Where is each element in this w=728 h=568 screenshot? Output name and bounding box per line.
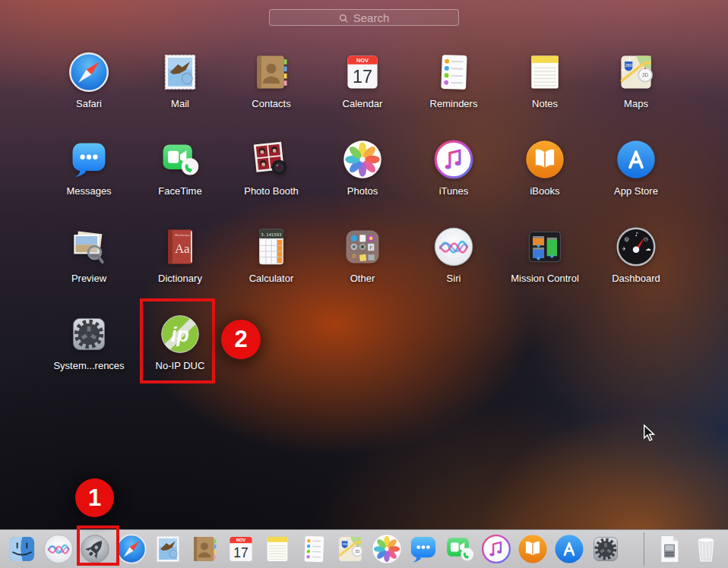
app-calendar[interactable]: NOV17Calendar [317, 46, 408, 133]
svg-text:3D: 3D [355, 550, 360, 554]
dock-system-preferences-icon[interactable] [590, 533, 622, 565]
noip-duc-highlight-rect [140, 298, 215, 383]
app-grid-row: SafariMailContactsNOV17CalendarReminders… [43, 46, 682, 133]
dock-contacts-icon[interactable] [188, 533, 220, 565]
dictionary-icon: DictionaryAa [159, 226, 201, 268]
svg-text:♪: ♪ [635, 231, 639, 238]
step-1-badge: 1 [75, 478, 114, 517]
app-notes[interactable]: Notes [499, 46, 590, 133]
dock-itunes-icon[interactable] [480, 533, 512, 565]
app-other[interactable]: FOther [317, 220, 408, 308]
svg-text:Aa: Aa [175, 241, 190, 256]
svg-text:NOV: NOV [236, 538, 245, 542]
dock-reminders-icon[interactable] [298, 533, 330, 565]
app-label: Other [350, 273, 375, 284]
step-2-badge: 2 [221, 320, 261, 359]
app-mail[interactable]: Mail [135, 46, 226, 133]
arrow-cursor-icon [643, 424, 656, 443]
facetime-icon [159, 138, 201, 181]
siri-icon [432, 226, 475, 268]
svg-text:✈: ✈ [622, 246, 626, 252]
app-ibooks[interactable]: iBooks [499, 133, 590, 220]
calendar-icon: NOV17 [341, 51, 384, 93]
other-folder-icon: F [341, 226, 384, 268]
app-facetime[interactable]: FaceTime [135, 133, 226, 220]
app-label: App Store [614, 185, 658, 197]
app-mission-control[interactable]: Mission Control [499, 220, 590, 308]
photo-booth-icon [250, 138, 293, 181]
app-label: Dashboard [612, 273, 660, 284]
app-label: Maps [624, 98, 648, 109]
app-dictionary[interactable]: DictionaryAaDictionary [135, 220, 226, 308]
svg-text:Dictionary: Dictionary [174, 233, 191, 237]
calculator-icon: 3.141593 [250, 226, 293, 268]
search-field[interactable]: Search [269, 9, 459, 26]
app-photo-booth[interactable]: Photo Booth [226, 133, 317, 220]
dock-messages-icon[interactable] [407, 533, 439, 565]
dock-divider [644, 532, 644, 566]
dock-ibooks-icon[interactable] [517, 533, 549, 565]
dock-document-icon[interactable] [654, 533, 685, 565]
app-label: System...rences [53, 360, 124, 371]
app-label: Safari [76, 98, 102, 109]
app-reminders[interactable]: Reminders [408, 46, 499, 133]
app-label: Photo Booth [244, 185, 299, 197]
app-grid-row: MessagesFaceTimePhoto BoothPhotosiTunesi… [43, 133, 682, 220]
app-siri[interactable]: Siri [408, 220, 499, 308]
dock-notes-icon[interactable] [261, 533, 293, 565]
app-itunes[interactable]: iTunes [408, 133, 499, 220]
app-dashboard[interactable]: @♪◷✈☁Dashboard [590, 220, 682, 308]
svg-text:17: 17 [353, 67, 372, 87]
app-system-rences[interactable]: System...rences [43, 308, 135, 395]
app-safari[interactable]: Safari [43, 46, 135, 133]
app-label: iTunes [439, 185, 469, 197]
app-maps[interactable]: 2803DMaps [590, 46, 682, 133]
app-calculator[interactable]: 3.141593Calculator [226, 220, 317, 308]
svg-text:3.141593: 3.141593 [261, 232, 282, 237]
dock-finder-icon[interactable] [6, 533, 38, 565]
app-photos[interactable]: Photos [317, 133, 408, 220]
search-placeholder: Search [353, 11, 390, 24]
reminders-icon [432, 51, 475, 93]
app-grid: SafariMailContactsNOV17CalendarReminders… [43, 46, 682, 395]
safari-icon [68, 51, 110, 93]
mission-control-icon [524, 226, 566, 268]
app-label: Siri [447, 273, 461, 284]
app-label: Contacts [252, 98, 290, 109]
app-label: Photos [347, 185, 378, 197]
dock-calendar-icon[interactable]: NOV17 [225, 533, 257, 565]
mail-icon [159, 51, 201, 93]
dock-safari-icon[interactable] [116, 533, 147, 565]
dock-facetime-icon[interactable] [444, 533, 476, 565]
app-label: FaceTime [158, 185, 201, 197]
app-label: Mission Control [511, 273, 579, 284]
svg-text:☁: ☁ [645, 245, 651, 252]
svg-text:3D: 3D [642, 72, 649, 77]
app-grid-row: PreviewDictionaryAaDictionary3.141593Cal… [43, 220, 682, 308]
app-label: Messages [66, 185, 111, 197]
search-icon [339, 13, 349, 23]
contacts-icon [250, 51, 293, 93]
dock-photos-icon[interactable] [371, 533, 403, 565]
dock-app-store-icon[interactable] [553, 533, 585, 565]
app-app-store[interactable]: App Store [590, 133, 682, 220]
dock-maps-icon[interactable]: 2803D [334, 533, 366, 565]
app-contacts[interactable]: Contacts [226, 46, 317, 133]
notes-icon [524, 51, 566, 93]
app-messages[interactable]: Messages [43, 133, 135, 220]
maps-icon: 2803D [615, 51, 657, 93]
ibooks-icon [524, 138, 566, 181]
app-preview[interactable]: Preview [43, 220, 135, 308]
launchpad-highlight-rect [77, 525, 119, 566]
app-label: Reminders [430, 98, 478, 109]
svg-text:280: 280 [625, 63, 632, 68]
itunes-icon [432, 138, 475, 181]
app-store-icon [615, 138, 657, 181]
dock-siri-icon[interactable] [43, 533, 74, 565]
app-label: iBooks [530, 185, 559, 197]
svg-text:280: 280 [342, 542, 348, 546]
app-label: Notes [532, 98, 558, 109]
app-label: Mail [171, 98, 189, 109]
dock-mail-icon[interactable] [152, 533, 184, 565]
dock-trash-icon[interactable] [690, 533, 722, 565]
